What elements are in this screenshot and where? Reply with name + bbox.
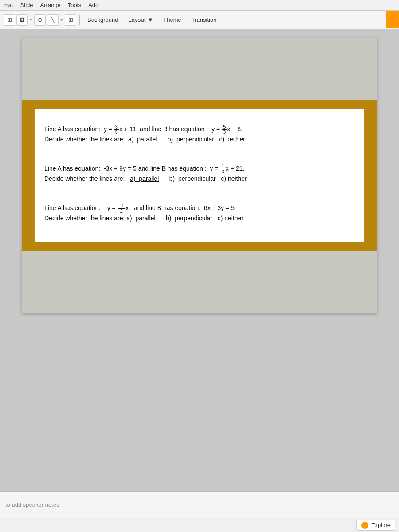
menu-arrange[interactable]: Arrange [40, 2, 61, 8]
background-button[interactable]: Background [83, 15, 122, 25]
explore-label: Explore [371, 522, 391, 528]
frac-1-3: 13 [221, 164, 225, 174]
explore-button[interactable]: Explore [356, 520, 395, 531]
problem-3-line2: Decide whether the lines are: a) paralle… [44, 214, 355, 223]
explore-icon [361, 522, 368, 529]
toolbar-sep-1 [79, 15, 80, 25]
frac-neg1-2: −12 [118, 203, 125, 214]
problem-2-line1: Line A has equation: -3x + 9y = 5 and li… [44, 164, 355, 174]
content-card: Line A has equation: y = 35x + 11 and li… [35, 109, 364, 242]
text-box-icon[interactable]: ⊞ [4, 14, 15, 26]
problem-3-line1: Line A has equation: y = −12x and line B… [44, 203, 355, 214]
notes-area[interactable]: to add speaker notes [0, 491, 399, 518]
layout-label: Layout [128, 16, 145, 23]
notes-placeholder: to add speaker notes [5, 501, 59, 508]
image-icon[interactable]: 🖼 [16, 14, 28, 26]
menu-mat[interactable]: mat [4, 2, 13, 8]
theme-button[interactable]: Theme [159, 15, 185, 25]
background-label: Background [87, 16, 118, 23]
orange-accent [386, 11, 399, 28]
problem-3: Line A has equation: y = −12x and line B… [44, 203, 355, 223]
problem-1-line2: Decide whether the lines are: a) paralle… [44, 135, 355, 144]
bottom-bar: Explore [0, 518, 399, 532]
theme-label: Theme [163, 16, 181, 23]
menu-tools[interactable]: Tools [68, 2, 81, 8]
line-icon[interactable]: ╲ [47, 14, 59, 26]
problem-1-line1: Line A has equation: y = 35x + 11 and li… [44, 125, 355, 135]
problem-2-line2: Decide whether the lines are: a) paralle… [44, 174, 355, 184]
frac-3-5: 35 [114, 125, 119, 135]
slide-area: Line A has equation: y = 35x + 11 and li… [0, 29, 399, 491]
transition-button[interactable]: Transition [187, 15, 221, 25]
menu-bar: mat Slide Arrange Tools Add [0, 0, 399, 11]
menu-add[interactable]: Add [88, 2, 98, 8]
frac-5-3: 53 [222, 125, 227, 135]
crop-icon[interactable]: ⊙ [34, 14, 46, 26]
problem-2: Line A has equation: -3x + 9y = 5 and li… [44, 164, 355, 184]
problem-1: Line A has equation: y = 35x + 11 and li… [44, 125, 355, 144]
transition-label: Transition [192, 16, 217, 23]
layout-arrow: ▼ [147, 16, 153, 23]
add-box-icon[interactable]: ⊞ [65, 14, 76, 26]
layout-button[interactable]: Layout ▼ [124, 15, 157, 25]
slide-canvas[interactable]: Line A has equation: y = 35x + 11 and li… [22, 38, 377, 313]
menu-slide[interactable]: Slide [20, 2, 33, 8]
